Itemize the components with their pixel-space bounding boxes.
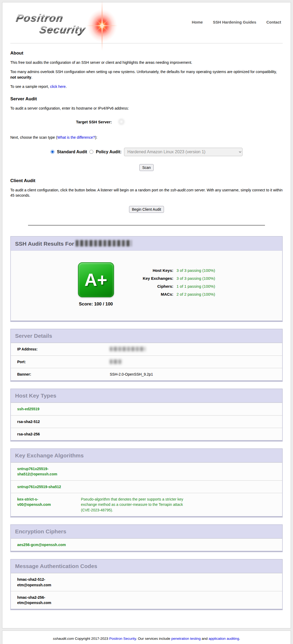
about-p3-start: To see a sample report, — [10, 84, 50, 89]
target-server-row: Target SSH Server: — [10, 118, 283, 126]
scan-type-start: Next, choose the scan type ( — [10, 135, 57, 139]
stat-value: 3 of 3 passing (100%) — [177, 267, 215, 274]
about-p2-end: . — [31, 75, 32, 79]
about-p2-start: Too many admins overlook SSH configurati… — [10, 70, 277, 74]
list-item: sntrup761x25519-sha512 — [11, 480, 282, 493]
scan-button[interactable]: Scan — [139, 164, 154, 171]
client-audit-paragraph: To audit a client configuration, click t… — [10, 187, 283, 198]
stat-label: Host Keys: — [133, 267, 177, 274]
ip-address-value — [110, 346, 145, 352]
policy-audit-radio[interactable] — [89, 150, 93, 154]
main-nav: Home SSH Hardening Guides Contact — [192, 20, 283, 24]
standard-audit-radio[interactable] — [51, 150, 54, 154]
cipher-name: aes256-gcm@openssh.com — [17, 542, 71, 547]
footer-appaudit-link[interactable]: application auditing — [209, 637, 239, 641]
scan-type-end: ): — [95, 135, 97, 139]
client-audit-heading: Client Audit — [10, 178, 283, 183]
main-content-box: Positron Security Home SSH Hardening Gui… — [2, 2, 291, 628]
scan-type-line: Next, choose the scan type (What is the … — [10, 135, 283, 140]
about-p2-bold: not security — [10, 75, 31, 79]
about-paragraph-3: To see a sample report, click here. — [10, 84, 283, 89]
results-panel: SSH Audit Results For A+ Score: 100 / 10… — [10, 236, 283, 322]
about-paragraph-2: Too many admins overlook SSH configurati… — [10, 69, 283, 80]
mac-name: hmac-sha2-256-etm@openssh.com — [17, 595, 71, 606]
grade-block: A+ Score: 100 / 100 — [78, 262, 114, 307]
footer-positron-link[interactable]: Positron Security — [109, 637, 136, 641]
footer-site-name: sshaudit.com — [53, 637, 74, 641]
target-server-label: Target SSH Server: — [76, 120, 112, 124]
stat-label: Ciphers: — [133, 282, 177, 290]
stat-row-ciphers: Ciphers: 1 of 1 passing (100%) — [133, 282, 215, 290]
stat-row-key-exchanges: Key Exchanges: 3 of 3 passing (100%) — [133, 274, 215, 282]
logo-text-security: Security — [38, 24, 86, 35]
list-item: hmac-sha2-256-etm@openssh.com — [11, 591, 282, 609]
table-row: Banner: SSH-2.0-OpenSSH_9.2p1 — [11, 368, 282, 380]
ip-address-label: IP Address: — [17, 346, 110, 352]
macs-panel: Message Authentication Codes hmac-sha2-5… — [10, 559, 283, 610]
macs-title: Message Authentication Codes — [11, 560, 282, 573]
results-stats: Host Keys: 3 of 3 passing (100%) Key Exc… — [133, 267, 215, 298]
stat-label: Key Exchanges: — [133, 274, 177, 282]
client-audit-button-row: Begin Client Audit — [10, 206, 283, 213]
host-key-types-panel: Host Key Types ssh-ed25519 rsa-sha2-512 … — [10, 389, 283, 442]
redacted-port — [110, 359, 122, 364]
target-server-input[interactable] — [114, 118, 217, 126]
nav-contact[interactable]: Contact — [266, 20, 281, 24]
stat-label: MACs: — [133, 290, 177, 298]
footer-mid-text: . Our services include — [136, 637, 171, 641]
footer-copyright: Copyright 2017-2023 — [74, 637, 109, 641]
table-row: IP Address: — [11, 343, 282, 355]
server-audit-heading: Server Audit — [10, 96, 283, 102]
key-exchange-title: Key Exchange Algorithms — [11, 449, 282, 462]
footer-line-1: sshaudit.com Copyright 2017-2023 Positro… — [5, 637, 288, 641]
redacted-ip — [110, 347, 145, 351]
kex-name: sntrup761x25519-sha512 — [17, 484, 71, 489]
list-item: ssh-ed25519 — [11, 403, 282, 415]
redacted-hostname — [76, 240, 132, 246]
host-key-types-title: Host Key Types — [11, 389, 282, 403]
client-audit-p-start: To audit a client configuration, click t… — [10, 188, 170, 192]
list-item: aes256-gcm@openssh.com — [11, 538, 282, 551]
about-p3-end: . — [66, 84, 67, 89]
nav-ssh-hardening-guides[interactable]: SSH Hardening Guides — [213, 20, 256, 24]
server-details-panel: Server Details IP Address: Port: Banner:… — [10, 329, 283, 382]
stat-value: 3 of 3 passing (100%) — [177, 274, 215, 282]
list-item: rsa-sha2-512 — [11, 415, 282, 428]
footer-end-text: . — [239, 637, 240, 641]
standard-audit-label: Standard Audit — [57, 150, 87, 154]
server-audit-intro: To audit a server configuration, enter i… — [10, 106, 283, 111]
scan-type-row: Standard Audit Policy Audit: Hardened Am… — [10, 148, 283, 156]
kex-name: sntrup761x25519-sha512@openssh.com — [17, 466, 71, 477]
host-key-name: rsa-sha2-256 — [17, 431, 71, 437]
scan-button-row: Scan — [10, 164, 283, 171]
score-text: Score: 100 / 100 — [78, 301, 114, 307]
banner-value: SSH-2.0-OpenSSH_9.2p1 — [110, 372, 153, 377]
sample-report-link[interactable]: click here — [50, 84, 66, 89]
positron-security-logo: Positron Security — [10, 7, 132, 39]
footer-pentest-link[interactable]: penetration testing — [171, 637, 201, 641]
list-item: hmac-sha2-512-etm@openssh.com — [11, 573, 282, 591]
scan-type-difference-link[interactable]: What is the difference? — [57, 135, 95, 139]
stat-value: 1 of 1 passing (100%) — [177, 282, 215, 290]
nav-home[interactable]: Home — [192, 20, 203, 24]
grade-badge: A+ — [78, 262, 114, 297]
starburst-icon — [82, 3, 122, 56]
section-divider — [28, 225, 265, 226]
kex-name: kex-strict-s-v00@openssh.com — [17, 497, 71, 513]
site-header: Positron Security Home SSH Hardening Gui… — [10, 7, 283, 43]
list-item: rsa-sha2-256 — [11, 428, 282, 440]
policy-select[interactable]: Hardened Amazon Linux 2023 (version 1) — [124, 148, 242, 156]
stat-row-host-keys: Host Keys: 3 of 3 passing (100%) — [133, 267, 215, 274]
host-key-name: rsa-sha2-512 — [17, 419, 71, 424]
results-body: A+ Score: 100 / 100 Host Keys: 3 of 3 pa… — [11, 251, 282, 321]
list-item: kex-strict-s-v00@openssh.com Pseudo-algo… — [11, 493, 282, 516]
kex-note: Pseudo-algorithm that denotes the peer s… — [71, 497, 185, 513]
stat-value: 2 of 2 passing (100%) — [177, 290, 215, 298]
results-title-text: SSH Audit Results For — [15, 241, 74, 247]
stat-row-macs: MACs: 2 of 2 passing (100%) — [133, 290, 215, 298]
encryption-ciphers-title: Encryption Ciphers — [11, 525, 282, 538]
begin-client-audit-button[interactable]: Begin Client Audit — [129, 206, 164, 213]
banner-label: Banner: — [17, 372, 110, 377]
encryption-ciphers-panel: Encryption Ciphers aes256-gcm@openssh.co… — [10, 524, 283, 552]
mac-name: hmac-sha2-512-etm@openssh.com — [17, 577, 71, 588]
